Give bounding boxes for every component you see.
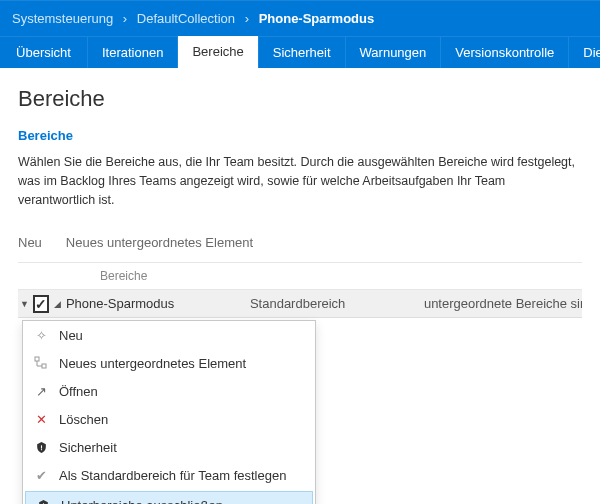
shield-icon — [33, 439, 49, 455]
description: Wählen Sie die Bereiche aus, die Ihr Tea… — [18, 153, 582, 209]
toolbar-new[interactable]: Neu — [18, 235, 42, 250]
menu-label: Unterbereiche ausschließen — [61, 498, 223, 504]
tab-bar: Übersicht Iterationen Bereiche Sicherhei… — [0, 36, 600, 68]
menu-label: Löschen — [59, 412, 108, 427]
checkbox-checked-icon[interactable]: ✓ — [33, 295, 49, 313]
menu-label: Als Standardbereich für Team festlegen — [59, 468, 286, 483]
row-menu-trigger[interactable]: ▼ — [20, 299, 29, 309]
tab-areas[interactable]: Bereiche — [178, 36, 258, 68]
tab-iterations[interactable]: Iterationen — [88, 36, 178, 68]
chevron-right-icon: › — [123, 11, 127, 26]
grid-column-header: Bereiche — [18, 263, 582, 290]
delete-icon: ✕ — [33, 411, 49, 427]
menu-label: Öffnen — [59, 384, 98, 399]
chevron-right-icon: › — [245, 11, 249, 26]
svg-rect-0 — [35, 357, 39, 361]
table-row[interactable]: ▼ ✓ ◢ Phone-Sparmodus Standardbereich un… — [18, 290, 582, 318]
menu-label: Neues untergeordnetes Element — [59, 356, 246, 371]
shield-icon — [35, 497, 51, 504]
sparkle-icon: ✧ — [33, 327, 49, 343]
toolbar-new-child[interactable]: Neues untergeordnetes Element — [66, 235, 253, 250]
menu-set-default[interactable]: ✔ Als Standardbereich für Team festlegen — [23, 461, 315, 489]
page-title: Bereiche — [18, 86, 582, 112]
tab-services[interactable]: Dienst… — [569, 36, 600, 68]
row-default-badge: Standardbereich — [250, 296, 420, 311]
tab-alerts[interactable]: Warnungen — [346, 36, 442, 68]
toolbar: Neu Neues untergeordnetes Element — [18, 227, 582, 263]
open-icon: ↗ — [33, 383, 49, 399]
row-subareas-status: untergeordnete Bereiche sind eing… — [424, 296, 582, 311]
row-area-name: Phone-Sparmodus — [66, 296, 246, 311]
tab-version-control[interactable]: Versionskontrolle — [441, 36, 569, 68]
breadcrumb-current: Phone-Sparmodus — [259, 11, 375, 26]
menu-security[interactable]: Sicherheit — [23, 433, 315, 461]
check-icon: ✔ — [33, 467, 49, 483]
menu-label: Neu — [59, 328, 83, 343]
section-link-areas[interactable]: Bereiche — [18, 128, 582, 143]
column-areas: Bereiche — [100, 269, 147, 283]
breadcrumb-part-2[interactable]: DefaultCollection — [137, 11, 235, 26]
menu-delete[interactable]: ✕ Löschen — [23, 405, 315, 433]
breadcrumb-part-1[interactable]: Systemsteuerung — [12, 11, 113, 26]
menu-open[interactable]: ↗ Öffnen — [23, 377, 315, 405]
breadcrumb: Systemsteuerung › DefaultCollection › Ph… — [0, 0, 600, 36]
menu-new-child[interactable]: Neues untergeordnetes Element — [23, 349, 315, 377]
menu-new[interactable]: ✧ Neu — [23, 321, 315, 349]
menu-label: Sicherheit — [59, 440, 117, 455]
expand-toggle[interactable]: ◢ — [53, 299, 62, 309]
svg-rect-2 — [40, 445, 41, 448]
svg-rect-3 — [40, 449, 41, 450]
menu-exclude-subareas[interactable]: Unterbereiche ausschließen — [25, 491, 313, 504]
child-node-icon — [33, 355, 49, 371]
context-menu: ✧ Neu Neues untergeordnetes Element ↗ Öf… — [22, 320, 316, 504]
tab-security[interactable]: Sicherheit — [259, 36, 346, 68]
tab-overview[interactable]: Übersicht — [0, 36, 88, 68]
svg-rect-1 — [42, 364, 46, 368]
